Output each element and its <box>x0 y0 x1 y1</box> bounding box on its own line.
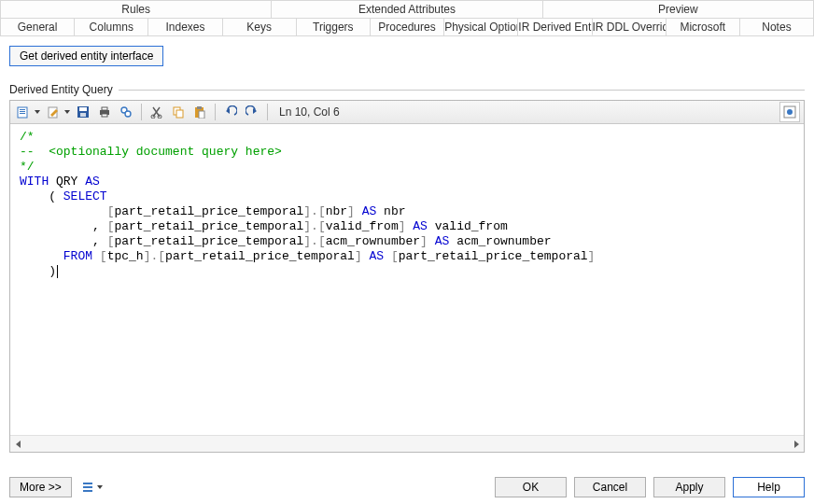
dialog-button-bar: More >> OKCancelApplyHelp <box>0 470 814 504</box>
scroll-right-icon[interactable] <box>788 436 804 452</box>
apply-button[interactable]: Apply <box>653 477 725 497</box>
svg-rect-0 <box>18 107 27 118</box>
ok-button[interactable]: OK <box>495 477 567 497</box>
horizontal-scrollbar[interactable] <box>10 435 804 452</box>
tab-indexes[interactable]: Indexes <box>148 18 222 35</box>
svg-rect-19 <box>176 110 183 118</box>
paste-icon[interactable] <box>190 103 209 121</box>
svg-rect-31 <box>83 490 92 492</box>
toolbar-separator <box>141 104 142 120</box>
find-icon[interactable] <box>117 103 135 121</box>
svg-marker-27 <box>16 441 21 448</box>
svg-rect-10 <box>80 113 86 117</box>
tab-triggers[interactable]: Triggers <box>297 18 371 35</box>
svg-rect-3 <box>20 113 25 114</box>
tab-microsoft[interactable]: Microsoft <box>667 18 740 35</box>
svg-rect-29 <box>83 483 92 484</box>
execute-sql-button[interactable] <box>779 102 800 122</box>
save-icon[interactable] <box>74 103 92 121</box>
more-button[interactable]: More >> <box>9 477 72 497</box>
help-button[interactable]: Help <box>733 477 805 497</box>
edit-script-icon[interactable] <box>14 103 33 121</box>
toolbar-separator <box>267 104 268 120</box>
redo-icon[interactable] <box>243 103 261 121</box>
bottom-menu-button[interactable] <box>81 480 104 495</box>
code-area[interactable]: /* -- <optionally document query here> *… <box>10 124 804 435</box>
undo-icon[interactable] <box>221 103 240 121</box>
section-header: Derived Entity Query <box>9 83 805 96</box>
svg-rect-2 <box>20 111 25 112</box>
svg-marker-4 <box>35 110 40 114</box>
editor-toolbar: Ln 10, Col 6 <box>10 101 804 124</box>
cut-icon[interactable] <box>147 103 166 121</box>
svg-rect-12 <box>102 107 107 110</box>
get-derived-entity-button[interactable]: Get derived entity interface <box>9 46 163 66</box>
tab-notes[interactable]: Notes <box>740 18 814 35</box>
svg-point-15 <box>125 111 131 117</box>
svg-rect-21 <box>197 106 202 109</box>
tab-keys[interactable]: Keys <box>223 18 297 35</box>
svg-rect-22 <box>199 111 204 119</box>
tab-ir-ddl[interactable]: IR DDL Override <box>593 18 667 35</box>
section-title: Derived Entity Query <box>9 83 113 96</box>
tab-columns[interactable]: Columns <box>75 18 148 35</box>
print-icon[interactable] <box>95 103 114 121</box>
svg-rect-9 <box>79 107 87 111</box>
svg-point-26 <box>787 109 793 115</box>
tab-preview[interactable]: Preview <box>543 0 814 18</box>
tab-physical[interactable]: Physical Options <box>444 18 518 35</box>
svg-marker-28 <box>794 441 799 448</box>
svg-marker-32 <box>97 485 103 489</box>
svg-rect-13 <box>102 114 107 117</box>
tab-ext[interactable]: Extended Attributes <box>272 0 542 18</box>
tab-procedures[interactable]: Procedures <box>371 18 444 35</box>
edit-icon-dropdown[interactable] <box>63 105 71 119</box>
edit-script-icon-dropdown[interactable] <box>34 105 41 119</box>
svg-rect-30 <box>83 486 92 488</box>
svg-rect-1 <box>20 109 25 110</box>
scroll-left-icon[interactable] <box>10 436 26 452</box>
tab-general[interactable]: General <box>0 18 75 35</box>
query-editor: Ln 10, Col 6 /* -- <optionally document … <box>9 100 805 453</box>
toolbar-separator <box>215 104 216 120</box>
tab-ir-derived[interactable]: IR Derived Entity <box>518 18 592 35</box>
tab-rules[interactable]: Rules <box>0 0 272 18</box>
edit-icon[interactable] <box>44 103 63 121</box>
cancel-button[interactable]: Cancel <box>574 477 646 497</box>
cursor-position: Ln 10, Col 6 <box>279 105 340 119</box>
copy-icon[interactable] <box>169 103 188 121</box>
tab-strip: RulesExtended AttributesPreview GeneralC… <box>0 0 814 36</box>
svg-marker-7 <box>64 110 70 114</box>
